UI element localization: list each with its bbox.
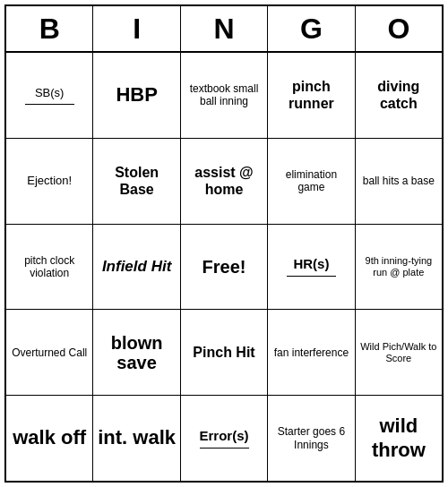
bingo-card: B I N G O SB(s) HBP textbook small ball …: [4, 4, 444, 483]
cell-5-2: int. walk: [93, 396, 180, 481]
cell-4-1: Overturned Call: [6, 310, 93, 395]
cell-3-3: Free!: [181, 225, 268, 310]
cell-1-2: HBP: [93, 53, 180, 138]
cell-4-3: Pinch Hit: [181, 310, 268, 395]
cell-3-2: Infield Hit: [93, 225, 180, 310]
cell-3-4: HR(s): [268, 225, 355, 310]
header-b: B: [6, 6, 93, 51]
cell-2-2: Stolen Base: [93, 139, 180, 224]
cell-text-5-3: Error(s): [200, 428, 249, 444]
cell-4-2: blown save: [93, 310, 180, 395]
underline-5-3: [200, 448, 249, 449]
grid-row-3: pitch clock violation Infield Hit Free! …: [6, 225, 442, 311]
grid-row-5: walk off int. walk Error(s) Starter goes…: [6, 396, 442, 481]
cell-1-4: pinch runner: [268, 53, 355, 138]
header-g: G: [268, 6, 355, 51]
cell-3-1: pitch clock violation: [6, 225, 93, 310]
cell-5-1: walk off: [6, 396, 93, 481]
cell-4-5: Wild Pich/Walk to Score: [356, 310, 442, 395]
bingo-grid: SB(s) HBP textbook small ball inning pin…: [6, 53, 442, 481]
cell-3-5: 9th inning-tying run @ plate: [356, 225, 442, 310]
grid-row-1: SB(s) HBP textbook small ball inning pin…: [6, 53, 442, 139]
grid-row-2: Ejection! Stolen Base assist @ home elim…: [6, 139, 442, 225]
cell-2-3: assist @ home: [181, 139, 268, 224]
cell-1-5: diving catch: [356, 53, 442, 138]
cell-5-3: Error(s): [181, 396, 268, 481]
header-n: N: [181, 6, 268, 51]
cell-1-1: SB(s): [6, 53, 93, 138]
cell-5-5: wild throw: [356, 396, 442, 481]
underline-1-1: [25, 104, 74, 105]
underline-3-4: [287, 276, 336, 277]
cell-text-3-4: HR(s): [293, 256, 329, 272]
header-i: I: [93, 6, 180, 51]
cell-2-1: Ejection!: [6, 139, 93, 224]
header-o: O: [356, 6, 442, 51]
cell-2-5: ball hits a base: [356, 139, 442, 224]
grid-row-4: Overturned Call blown save Pinch Hit fan…: [6, 310, 442, 396]
cell-4-4: fan interference: [268, 310, 355, 395]
cell-5-4: Starter goes 6 Innings: [268, 396, 355, 481]
header-row: B I N G O: [6, 6, 442, 53]
cell-2-4: elimination game: [268, 139, 355, 224]
cell-1-3: textbook small ball inning: [181, 53, 268, 138]
cell-text-1-1: SB(s): [35, 86, 65, 100]
